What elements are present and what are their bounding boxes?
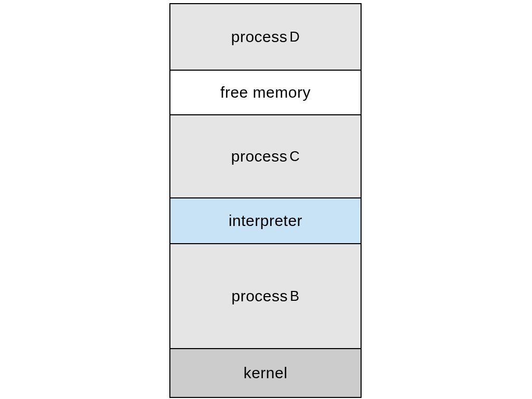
- segment-label: process: [231, 148, 288, 165]
- segment-free-memory: free memory: [170, 71, 361, 115]
- segment-process-c: process C: [170, 115, 361, 198]
- segment-label: process: [231, 287, 288, 305]
- segment-label: kernel: [244, 364, 288, 382]
- segment-interpreter: interpreter: [170, 198, 361, 244]
- segment-kernel: kernel: [170, 349, 361, 397]
- segment-label: process: [231, 28, 288, 46]
- segment-label: interpreter: [229, 212, 302, 230]
- segment-label-letter: D: [289, 29, 300, 45]
- segment-label-letter: B: [290, 288, 300, 304]
- segment-process-d: process D: [170, 4, 361, 71]
- segment-label-letter: C: [289, 149, 300, 165]
- memory-layout-diagram: process D free memory process C interpre…: [169, 3, 362, 398]
- segment-process-b: process B: [170, 244, 361, 349]
- segment-label: free memory: [220, 84, 311, 101]
